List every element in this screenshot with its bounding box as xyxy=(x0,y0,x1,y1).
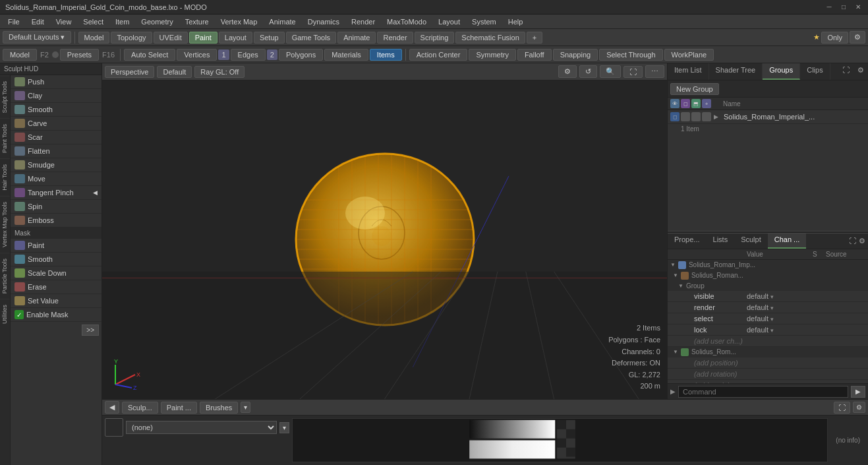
items-btn[interactable]: Items xyxy=(370,49,402,61)
materials-btn[interactable]: Materials xyxy=(324,49,368,61)
vtab-vertex-map[interactable]: Vertex Map Tools xyxy=(0,196,10,253)
menu-animate[interactable]: Animate xyxy=(264,16,301,27)
vp-search-btn[interactable]: 🔍 xyxy=(600,65,621,78)
tool-spin[interactable]: Spin xyxy=(11,200,101,214)
ctab-chan[interactable]: Chan ... xyxy=(768,233,807,249)
menu-system[interactable]: System xyxy=(467,16,502,27)
mask-scale-down[interactable]: Scale Down xyxy=(11,266,101,280)
vtab-paint[interactable]: Paint Tools xyxy=(0,118,10,158)
presets-btn[interactable]: Presets xyxy=(60,49,99,61)
menu-layout[interactable]: Layout xyxy=(433,16,465,27)
menu-geometry[interactable]: Geometry xyxy=(136,16,178,27)
vtab-sculpt[interactable]: Sculpt Tools xyxy=(0,75,10,118)
model-mode-btn[interactable]: Model xyxy=(3,49,37,61)
polygons-btn[interactable]: Polygons xyxy=(279,49,323,61)
ray-gl-btn[interactable]: Ray GL: Off xyxy=(194,66,245,78)
menu-item[interactable]: Item xyxy=(110,16,134,27)
new-group-btn[interactable]: New Group xyxy=(670,83,719,95)
vertices-btn[interactable]: Vertices xyxy=(177,49,217,61)
tab-topology[interactable]: Topology xyxy=(111,32,152,44)
render-dropdown[interactable]: ▾ xyxy=(770,305,774,311)
minimize-btn[interactable]: ─ xyxy=(825,3,834,12)
menu-render[interactable]: Render xyxy=(346,16,380,27)
tool-erase[interactable]: Erase xyxy=(11,280,101,294)
cmd-run-btn[interactable]: ▶ xyxy=(851,386,865,398)
add-tab-btn[interactable]: + xyxy=(527,32,542,44)
tab-scripting[interactable]: Scripting xyxy=(415,32,455,44)
ctab-lists[interactable]: Lists xyxy=(707,233,735,249)
tab-groups[interactable]: Groups xyxy=(763,63,800,80)
ctab-sculpt[interactable]: Sculpt xyxy=(734,233,768,249)
vp-expand-btn[interactable]: ⛶ xyxy=(623,66,643,78)
vtab-hair[interactable]: Hair Tools xyxy=(0,158,10,196)
enable-mask-row[interactable]: ✓ Enable Mask xyxy=(11,308,101,322)
auto-select-btn[interactable]: Auto Select xyxy=(124,49,175,61)
tool-tangent-pinch[interactable]: Tangent Pinch ◀ xyxy=(11,186,101,200)
symmetry-btn[interactable]: Symmetry xyxy=(469,49,516,61)
tab-item-list[interactable]: Item List xyxy=(668,63,709,80)
preset-select[interactable]: (none) xyxy=(126,421,277,434)
tab-render[interactable]: Render xyxy=(377,32,413,44)
tab-schematic-fusion[interactable]: Schematic Fusion xyxy=(455,32,525,44)
sculp-tab[interactable]: Sculp... xyxy=(122,402,158,414)
preset-arrow-btn[interactable]: ▾ xyxy=(279,422,289,433)
vp-refresh-btn[interactable]: ↺ xyxy=(579,65,597,78)
vp-more-btn[interactable]: ⋯ xyxy=(645,65,664,78)
viewport-canvas[interactable]: 2 Items Polygons : Face Channels: 0 Defo… xyxy=(102,80,667,399)
tab-shader-tree[interactable]: Shader Tree xyxy=(709,63,763,80)
tool-emboss[interactable]: Emboss xyxy=(11,214,101,228)
snapping-btn[interactable]: Snapping xyxy=(553,49,598,61)
vp-settings-btn[interactable]: ⚙ xyxy=(558,65,577,78)
tab-layout[interactable]: Layout xyxy=(219,32,252,44)
tab-animate[interactable]: Animate xyxy=(337,32,376,44)
close-btn[interactable]: ✕ xyxy=(854,3,863,12)
tool-smudge[interactable]: Smudge xyxy=(11,158,101,172)
chan-expand-icon[interactable]: ⛶ xyxy=(849,237,856,245)
menu-edit[interactable]: Edit xyxy=(26,16,49,27)
bottom-settings-btn[interactable]: ⚙ xyxy=(853,402,865,413)
default-shading-btn[interactable]: Default xyxy=(157,66,192,78)
tab-model[interactable]: Model xyxy=(78,32,110,44)
menu-vertex-map[interactable]: Vertex Map xyxy=(216,16,263,27)
layout-dropdown[interactable]: Default Layouts ▾ xyxy=(3,31,71,44)
lock-dropdown[interactable]: ▾ xyxy=(770,327,774,334)
action-center-btn[interactable]: Action Center xyxy=(409,49,468,61)
collapse-btn[interactable]: >> xyxy=(82,325,99,336)
maximize-btn[interactable]: □ xyxy=(839,3,848,12)
mask-paint[interactable]: Paint xyxy=(11,239,101,253)
paint-tab[interactable]: Paint ... xyxy=(161,402,197,414)
right-expand-icon[interactable]: ⛶ xyxy=(838,63,854,80)
tab-uvedit[interactable]: UVEdit xyxy=(154,32,188,44)
tool-move[interactable]: Move xyxy=(11,172,101,186)
chan-settings-icon[interactable]: ⚙ xyxy=(859,237,865,245)
tool-clay[interactable]: Clay xyxy=(11,89,101,103)
vtab-utilities[interactable]: Utilities xyxy=(0,299,10,329)
menu-select[interactable]: Select xyxy=(78,16,109,27)
workplane-btn[interactable]: WorkPlane xyxy=(664,49,714,61)
bottom-expand-btn[interactable]: ⛶ xyxy=(834,402,850,414)
group-item-0[interactable]: ◻ ▶ Solidus_Roman_Imperial_... xyxy=(668,110,868,124)
menu-texture[interactable]: Texture xyxy=(180,16,214,27)
edges-btn[interactable]: Edges xyxy=(231,49,266,61)
menu-file[interactable]: File xyxy=(3,16,25,27)
cmd-input[interactable] xyxy=(678,386,848,398)
tab-clips[interactable]: Clips xyxy=(800,63,830,80)
settings-btn[interactable]: ⚙ xyxy=(850,31,865,44)
mask-section[interactable]: Mask xyxy=(11,228,101,239)
tab-setup[interactable]: Setup xyxy=(254,32,285,44)
right-settings-icon[interactable]: ⚙ xyxy=(854,63,868,80)
ctab-prope[interactable]: Prope... xyxy=(668,233,707,249)
tool-scar[interactable]: Scar xyxy=(11,131,101,144)
menu-max-to-modo[interactable]: MaxToModo xyxy=(382,16,432,27)
vtab-particle[interactable]: Particle Tools xyxy=(0,253,10,299)
tool-carve[interactable]: Carve xyxy=(11,117,101,131)
falloff-btn[interactable]: Falloff xyxy=(517,49,552,61)
menu-dynamics[interactable]: Dynamics xyxy=(303,16,345,27)
enable-mask-checkbox[interactable]: ✓ xyxy=(14,310,24,319)
select-dropdown[interactable]: ▾ xyxy=(770,316,774,323)
perspective-btn[interactable]: Perspective xyxy=(105,66,154,78)
tool-push[interactable]: Push xyxy=(11,75,101,89)
brushes-arrow[interactable]: ▾ xyxy=(241,402,250,413)
menu-view[interactable]: View xyxy=(51,16,77,27)
mask-smooth[interactable]: Smooth xyxy=(11,253,101,266)
